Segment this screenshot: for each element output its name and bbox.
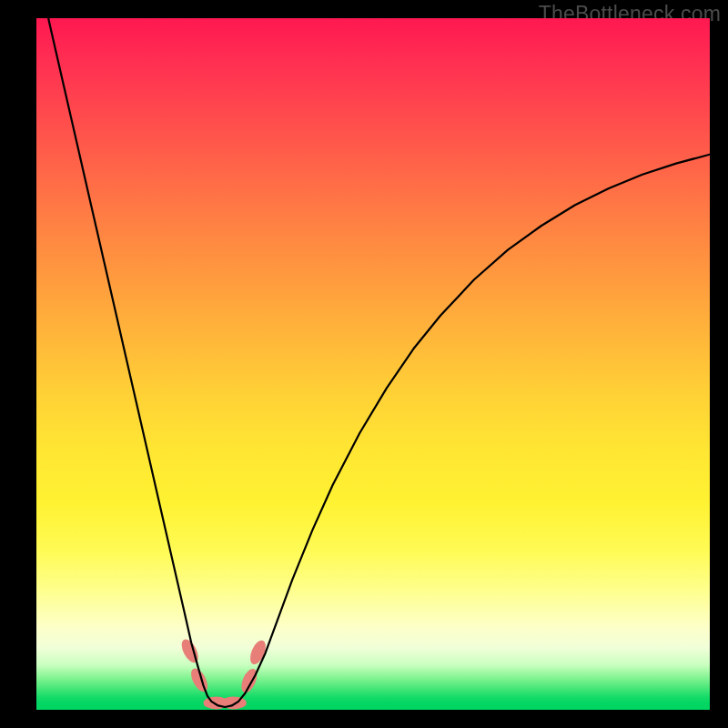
chart-svg [36, 18, 710, 710]
bottleneck-curve [36, 18, 710, 707]
chart-container: TheBottleneck.com [0, 0, 728, 728]
plot-area [36, 18, 710, 710]
